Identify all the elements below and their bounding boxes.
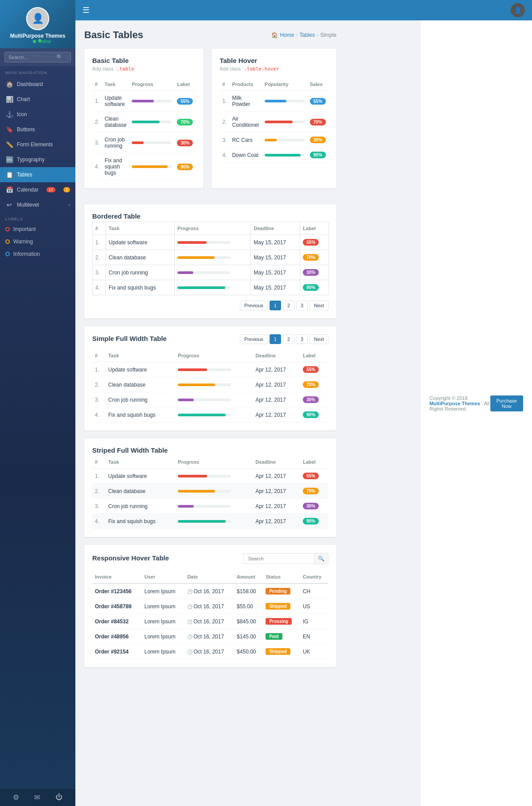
- col-progress: Progross: [175, 349, 253, 362]
- col-deadline: Deadline: [251, 222, 300, 235]
- sidebar: 👤 MultiPurpose Themes Online 🔍 MAIN NAVI…: [0, 0, 75, 806]
- col-progress: Progross: [175, 456, 253, 469]
- anchor-icon: ⚓: [5, 111, 13, 118]
- table-row: Order #48956 Lorem Ipsum 🕐Oct 16, 2017 $…: [92, 629, 329, 644]
- label-text: Warning: [13, 239, 33, 245]
- mail-icon[interactable]: ✉: [34, 793, 40, 802]
- simple-table-pagination: Previous 1 2 3 Next: [240, 334, 329, 344]
- basic-table-class: .table: [115, 66, 136, 72]
- sidebar-nav-item-buttons[interactable]: 🔖 Buttons: [0, 122, 75, 137]
- sidebar-status: Online: [4, 39, 71, 44]
- home-icon: 🏠: [271, 32, 278, 38]
- prev-button[interactable]: Previous: [240, 334, 268, 344]
- sidebar-nav-item-icon[interactable]: ⚓ Icon: [0, 107, 75, 122]
- col-hash: #: [92, 349, 106, 362]
- sidebar-item-label: Buttons: [17, 126, 35, 133]
- sidebar-nav-item-multilevel[interactable]: ↩ Multilevel ‹: [0, 197, 75, 212]
- prev-button[interactable]: Previous: [240, 301, 268, 310]
- table-search-input[interactable]: [243, 553, 314, 564]
- table-row: 2. Clean database May 15, 2017 70%: [93, 250, 329, 265]
- multilevel-icon: ↩: [5, 201, 13, 208]
- page-2-button[interactable]: 2: [283, 334, 294, 344]
- col-label: Label: [174, 78, 196, 91]
- purchase-button[interactable]: Purchase Now: [490, 395, 523, 411]
- form-icon: ✏️: [5, 141, 13, 148]
- breadcrumb-home[interactable]: Home: [280, 32, 294, 38]
- page-1-button[interactable]: 1: [270, 301, 281, 310]
- table-row: 3. Cron job running 30%: [92, 133, 196, 153]
- col-invoice: Invoice: [92, 571, 142, 583]
- sidebar-search-area: 🔍: [0, 48, 75, 66]
- striped-table-card: Striped Full Width Table # Task Progross…: [84, 438, 336, 537]
- sidebar-label-information[interactable]: Information: [0, 248, 75, 260]
- table-row: 2. Clean database Apr 12, 2017 70%: [92, 377, 329, 392]
- topbar: ☰ 👤: [75, 0, 532, 20]
- col-products: Products: [229, 78, 262, 91]
- menu-toggle-button[interactable]: ☰: [82, 5, 90, 15]
- sidebar-label-warning[interactable]: Warning: [0, 235, 75, 248]
- main-content: Basic Tables 🏠 Home › Tables › Simple Ba…: [75, 20, 345, 806]
- page-3-button[interactable]: 3: [296, 301, 308, 310]
- table-hover-class: .table-hover: [242, 66, 281, 72]
- table-hover-card: Table Hover Add class .table-hover # Pro…: [211, 49, 336, 188]
- next-button[interactable]: Next: [309, 301, 329, 310]
- basic-table-card: Basic Table Add class .table # Task Prog…: [84, 49, 203, 188]
- simple-table-header: Simple Full Width Table Previous 1 2 3 N…: [92, 334, 329, 344]
- calendar-icon: 📅: [5, 186, 13, 193]
- breadcrumb: 🏠 Home › Tables › Simple: [271, 32, 336, 38]
- bookmark-icon: 🔖: [5, 126, 13, 133]
- table-row: 1. Milk Powder 55%: [219, 91, 328, 112]
- user-avatar-button[interactable]: 👤: [511, 3, 525, 17]
- bordered-table: # Task Progross Deadline Label 1. Update…: [92, 222, 329, 295]
- sidebar-item-label: Chart: [17, 96, 30, 102]
- col-label: Label: [300, 222, 329, 235]
- table-hover-subtitle: Add class .table-hover: [219, 66, 328, 72]
- sidebar-item-label: Typography: [17, 157, 45, 163]
- col-task: Task: [106, 456, 175, 469]
- settings-icon[interactable]: ⚙: [13, 793, 19, 802]
- col-country: Country: [300, 571, 329, 583]
- table-hover-title: Table Hover: [219, 57, 328, 64]
- next-button[interactable]: Next: [309, 334, 329, 344]
- table-row: 3. Cron job running Apr 12, 2017 30%: [92, 392, 329, 407]
- simple-full-table: # Task Progross Deadline Label 1. Update…: [92, 349, 329, 423]
- table-row: Order #84532 Lorem Ipsum 🕐Oct 16, 2017 $…: [92, 614, 329, 629]
- sidebar-nav-item-dashboard[interactable]: 🏠 Dashboard: [0, 77, 75, 92]
- col-sales: Sales: [307, 78, 329, 91]
- two-column-section: Basic Table Add class .table # Task Prog…: [84, 49, 336, 196]
- sidebar-label-important[interactable]: Important: [0, 223, 75, 235]
- power-icon[interactable]: ⏻: [55, 793, 63, 802]
- basic-table: # Task Progross Label 1. Update software…: [92, 78, 196, 180]
- sidebar-nav-item-typography[interactable]: 🔤 Typography: [0, 152, 75, 167]
- table-row: 3. RC Cars 30%: [219, 133, 328, 148]
- sidebar-nav-item-chart[interactable]: 📊 Chart: [0, 92, 75, 107]
- table-row: 1. Update software May 15, 2017 55%: [93, 235, 329, 250]
- page-1-button[interactable]: 1: [270, 334, 281, 344]
- bordered-table-pagination: Previous 1 2 3 Next: [92, 295, 329, 310]
- sidebar-item-label: Tables: [17, 172, 32, 178]
- table-row: 2. Clean database Apr 12, 2017 70%: [92, 484, 329, 499]
- page-2-button[interactable]: 2: [283, 301, 294, 310]
- responsive-table-title: Responsive Hover Table: [92, 554, 169, 562]
- table-row: 1. Update software 55%: [92, 91, 196, 112]
- col-label: Label: [300, 349, 329, 362]
- simple-table-title: Simple Full Width Table: [92, 335, 167, 342]
- sidebar-nav-item-tables[interactable]: 📋 Tables: [0, 167, 75, 182]
- table-search-button[interactable]: 🔍: [314, 553, 329, 564]
- sidebar-nav-item-calendar[interactable]: 📅 Calendar 17 3: [0, 182, 75, 197]
- footer-brand: MultiPurpose Themes: [430, 401, 480, 406]
- sidebar-footer: ⚙ ✉ ⏻: [0, 788, 75, 806]
- responsive-table-header: Responsive Hover Table 🔍: [92, 553, 329, 564]
- page-title: Basic Tables: [84, 29, 143, 41]
- breadcrumb-tables[interactable]: Tables: [299, 32, 315, 38]
- col-user: User: [142, 571, 185, 583]
- col-date: Date: [184, 571, 234, 583]
- basic-table-title: Basic Table: [92, 57, 196, 64]
- calendar-badge2: 3: [63, 187, 70, 192]
- page-3-button[interactable]: 3: [296, 334, 308, 344]
- col-status: Status: [263, 571, 300, 583]
- sidebar-item-label: Calendar: [17, 187, 39, 193]
- sidebar-nav-item-form[interactable]: ✏️ Form Elements: [0, 137, 75, 152]
- table-row: Order #458789 Lorem Ipsum 🕐Oct 16, 2017 …: [92, 599, 329, 614]
- table-row: 4. Fix and squish bugs 90%: [92, 153, 196, 180]
